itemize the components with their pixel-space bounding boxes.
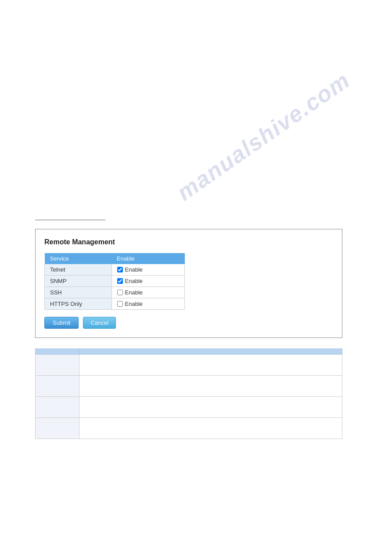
service-cell-3: HTTPS Only — [45, 298, 112, 310]
enable-checkbox-0[interactable] — [117, 267, 123, 272]
enable-label-3[interactable]: Enable — [117, 301, 179, 307]
enable-cell-3: Enable — [111, 298, 184, 310]
enable-col-header: Enable — [111, 253, 184, 264]
info-row-1-col1 — [36, 376, 79, 397]
enable-text-3: Enable — [125, 301, 143, 307]
service-table: Service Enable TelnetEnableSNMPEnableSSH… — [44, 253, 185, 310]
enable-cell-0: Enable — [111, 264, 184, 276]
service-col-header: Service — [45, 253, 112, 264]
enable-text-1: Enable — [125, 278, 143, 284]
submit-button[interactable]: Submit — [44, 317, 79, 329]
info-row-0-col1 — [36, 355, 79, 376]
service-cell-2: SSH — [45, 287, 112, 298]
panel-title: Remote Management — [44, 238, 333, 246]
service-cell-0: Telnet — [45, 264, 112, 276]
info-row-0-col2 — [79, 355, 342, 376]
info-col1-header — [36, 349, 79, 355]
info-table — [35, 348, 342, 439]
enable-label-0[interactable]: Enable — [117, 266, 179, 273]
enable-checkbox-1[interactable] — [117, 278, 123, 284]
enable-label-2[interactable]: Enable — [117, 289, 179, 296]
enable-text-2: Enable — [125, 289, 143, 296]
info-row-3-col1 — [36, 418, 79, 439]
enable-text-0: Enable — [125, 266, 143, 273]
cancel-button[interactable]: Cancel — [83, 317, 115, 329]
enable-checkbox-2[interactable] — [117, 290, 123, 295]
horizontal-rule — [35, 220, 105, 220]
info-row-2-col1 — [36, 397, 79, 418]
info-col2-header — [79, 349, 342, 355]
info-row-3-col2 — [79, 418, 342, 439]
enable-cell-2: Enable — [111, 287, 184, 298]
service-cell-1: SNMP — [45, 276, 112, 287]
enable-checkbox-3[interactable] — [117, 301, 123, 307]
info-row-2-col2 — [79, 397, 342, 418]
info-row-1-col2 — [79, 376, 342, 397]
enable-cell-1: Enable — [111, 276, 184, 287]
remote-management-panel: Remote Management Service Enable TelnetE… — [35, 229, 342, 338]
enable-label-1[interactable]: Enable — [117, 278, 179, 284]
